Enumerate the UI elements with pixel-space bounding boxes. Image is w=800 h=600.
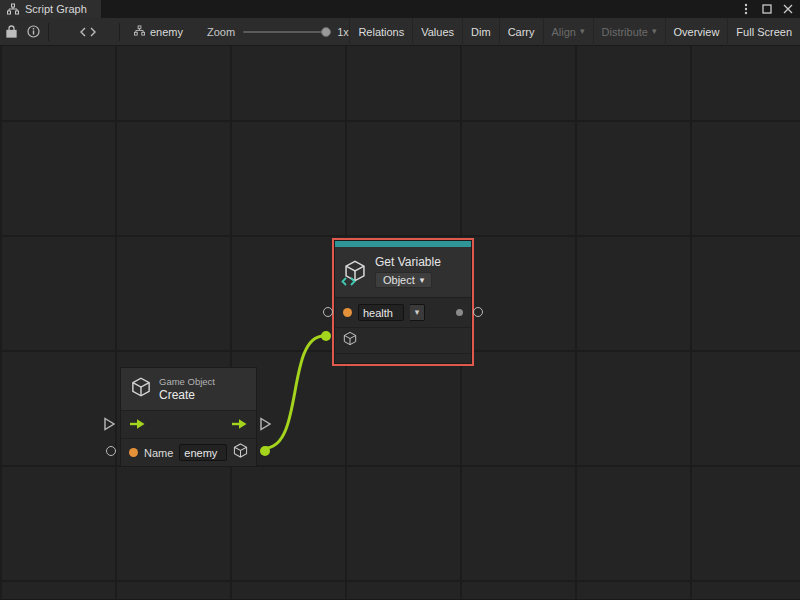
node-title: Create — [159, 388, 215, 402]
close-icon[interactable] — [781, 2, 795, 16]
dropdown-arrow-icon: ▾ — [420, 276, 425, 285]
name-input-port[interactable] — [129, 448, 138, 457]
value-output-port[interactable] — [456, 309, 463, 316]
node-get-variable[interactable]: Get Variable Object ▾ ▾ — [334, 240, 472, 364]
toolbar-button-group: Relations Values Dim Carry Align ▾ Distr… — [349, 18, 800, 46]
getvar-object-edge-port-connected[interactable] — [321, 331, 331, 341]
node-footer — [335, 353, 471, 363]
carry-button[interactable]: Carry — [499, 18, 543, 46]
connection-wire[interactable] — [266, 336, 324, 448]
zoom-slider-handle[interactable] — [321, 27, 331, 37]
overview-button[interactable]: Overview — [665, 18, 728, 46]
getvar-output-edge-port[interactable] — [473, 307, 483, 317]
toolbar-separator — [48, 23, 49, 41]
lock-icon[interactable] — [0, 18, 22, 46]
value-input-port[interactable] — [343, 308, 352, 317]
getvar-name-edge-port[interactable] — [323, 307, 333, 317]
dropdown-arrow-icon: ▾ — [652, 27, 657, 36]
name-value-input[interactable] — [179, 444, 227, 461]
variable-name-row: ▾ — [335, 297, 471, 327]
node-category: Game Object — [159, 376, 215, 387]
graph-icon — [134, 25, 145, 38]
create-flow-in-edge-port[interactable] — [103, 417, 116, 435]
zoom-slider-track[interactable] — [243, 31, 331, 33]
zoom-label: Zoom — [207, 26, 235, 38]
dim-button[interactable]: Dim — [462, 18, 499, 46]
maximize-icon[interactable] — [760, 2, 774, 16]
variable-picker-dropdown[interactable]: ▾ — [410, 304, 425, 321]
flow-input-arrow-icon[interactable] — [129, 416, 146, 434]
dropdown-arrow-icon: ▾ — [415, 308, 420, 317]
get-variable-header[interactable]: Get Variable Object ▾ — [335, 247, 471, 297]
node-title: Get Variable — [375, 255, 441, 269]
values-button[interactable]: Values — [412, 18, 462, 46]
name-parameter-row: Name — [121, 438, 256, 466]
tab-script-graph[interactable]: Script Graph — [0, 0, 101, 18]
info-icon[interactable] — [22, 18, 44, 46]
gameobject-output-port-icon[interactable] — [233, 443, 248, 462]
script-graph-icon — [6, 2, 20, 16]
toolbar-separator — [119, 23, 120, 41]
gameobject-cube-icon — [131, 377, 151, 401]
create-output-edge-port-connected[interactable] — [260, 446, 270, 456]
node-create-gameobject[interactable]: Game Object Create Name — [120, 367, 257, 467]
more-menu-icon[interactable] — [739, 2, 753, 16]
flow-row — [121, 410, 256, 438]
graph-toolbar: enemy Zoom 1x Relations Values Dim Carry… — [0, 18, 800, 46]
relations-button[interactable]: Relations — [349, 18, 412, 46]
zoom-value: 1x — [337, 26, 349, 38]
flow-output-arrow-icon[interactable] — [231, 416, 248, 434]
create-flow-out-edge-port[interactable] — [259, 417, 272, 435]
title-bar: Script Graph — [0, 0, 800, 18]
variable-name-input[interactable] — [358, 304, 404, 321]
tab-title: Script Graph — [25, 3, 87, 15]
create-node-header[interactable]: Game Object Create — [121, 368, 256, 410]
parameter-label: Name — [144, 447, 173, 459]
gameobject-port-icon[interactable] — [343, 331, 357, 350]
fullscreen-button[interactable]: Full Screen — [727, 18, 800, 46]
variable-cube-icon — [343, 260, 367, 284]
variable-kind-dropdown[interactable]: Object ▾ — [375, 272, 432, 288]
code-view-icon[interactable] — [77, 18, 99, 46]
zoom-slider[interactable] — [243, 18, 331, 46]
align-button[interactable]: Align ▾ — [543, 18, 593, 46]
dropdown-arrow-icon: ▾ — [580, 27, 585, 36]
breadcrumb[interactable]: enemy — [124, 18, 193, 46]
object-target-row — [335, 327, 471, 353]
create-name-edge-port[interactable] — [106, 446, 116, 456]
breadcrumb-label: enemy — [150, 26, 183, 38]
code-chevrons-icon — [341, 277, 356, 286]
distribute-button[interactable]: Distribute ▾ — [593, 18, 665, 46]
graph-canvas[interactable]: Get Variable Object ▾ ▾ — [0, 46, 800, 599]
